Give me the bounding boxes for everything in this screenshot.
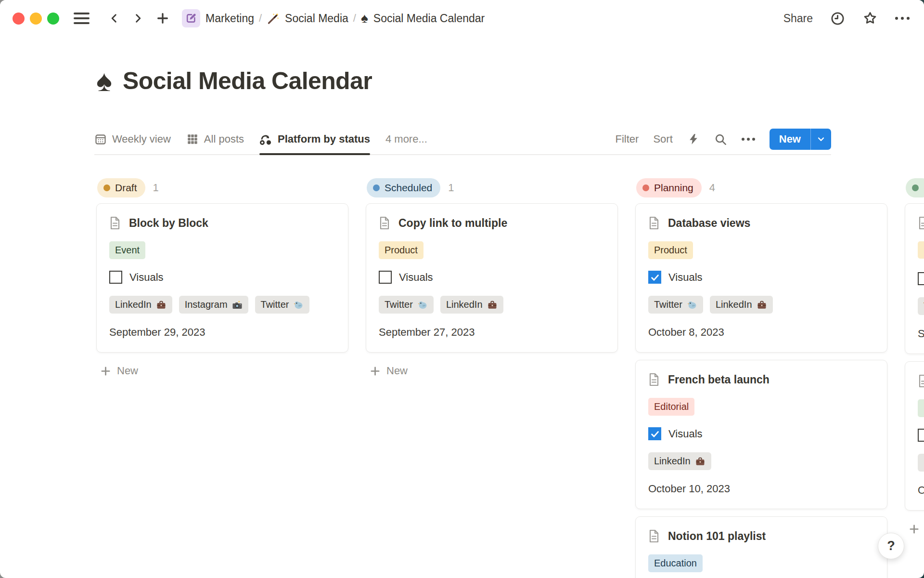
breadcrumb-label: Social Media bbox=[285, 12, 348, 25]
zoom-window-button[interactable] bbox=[47, 13, 59, 25]
briefcase-emoji bbox=[487, 300, 498, 310]
magic-wand-emoji bbox=[267, 12, 280, 25]
card-date: September 29, 2023 bbox=[109, 326, 335, 339]
page-title: Social Media Calendar bbox=[123, 67, 372, 95]
visuals-checkbox[interactable] bbox=[918, 272, 924, 285]
status-dot bbox=[912, 184, 919, 191]
favorite-star-icon[interactable] bbox=[862, 11, 878, 26]
share-button[interactable]: Share bbox=[783, 12, 813, 25]
tab-platform-by-status[interactable]: Platform by status bbox=[259, 124, 370, 154]
visuals-checkbox[interactable] bbox=[918, 429, 924, 442]
platform-tag: L bbox=[918, 454, 924, 472]
breadcrumb-item-social-media[interactable]: Social Media bbox=[267, 12, 348, 25]
help-button[interactable]: ? bbox=[878, 533, 904, 559]
card-date: October 10, 2023 bbox=[648, 483, 874, 495]
status-pill-draft[interactable]: Draft bbox=[97, 178, 145, 197]
visuals-checkbox-checked[interactable] bbox=[648, 271, 661, 284]
status-pill-scheduled[interactable]: Scheduled bbox=[367, 178, 440, 197]
card-title: Database views bbox=[668, 217, 750, 230]
card-title: French beta launch bbox=[668, 373, 770, 386]
sidebar-menu-icon[interactable] bbox=[74, 13, 90, 24]
new-button[interactable]: New bbox=[770, 129, 831, 150]
more-options-icon[interactable] bbox=[895, 17, 910, 20]
platform-label: Twitter bbox=[385, 299, 413, 310]
tab-weekly-view[interactable]: Weekly view bbox=[94, 124, 171, 154]
checkbox-label: Visuals bbox=[129, 271, 164, 284]
card-french-beta-launch[interactable]: French beta launch Editorial Visuals Lin… bbox=[635, 360, 887, 509]
column-planning: Planning 4 Database views Product Visual… bbox=[635, 178, 887, 578]
platform-label: Twitter bbox=[654, 299, 682, 310]
page-doc-icon bbox=[109, 216, 121, 230]
category-tag: E bbox=[918, 399, 924, 417]
tab-label: Platform by status bbox=[278, 133, 370, 145]
check-icon bbox=[650, 429, 660, 439]
grid-icon bbox=[186, 133, 199, 145]
platform-tag: LinkedIn bbox=[440, 296, 503, 314]
add-card-button[interactable]: New bbox=[905, 518, 924, 540]
card-partial[interactable]: T S bbox=[905, 203, 924, 354]
filter-button[interactable]: Filter bbox=[616, 133, 639, 145]
card-partial[interactable]: E L O bbox=[905, 361, 924, 511]
desktop-wallpaper: Marketing / Social Media / ♠ Social Medi… bbox=[0, 0, 924, 578]
checkbox-label: Visuals bbox=[399, 271, 433, 284]
bird-emoji bbox=[417, 300, 428, 310]
bird-emoji bbox=[687, 300, 697, 310]
platform-tag: Twitter bbox=[379, 296, 434, 314]
view-options-icon[interactable] bbox=[742, 138, 755, 141]
platform-label: LinkedIn bbox=[654, 456, 691, 467]
visuals-checkbox[interactable] bbox=[379, 271, 392, 284]
add-card-button[interactable]: New bbox=[366, 360, 618, 382]
card-database-views[interactable]: Database views Product Visuals Twitter bbox=[635, 203, 887, 353]
briefcase-emoji bbox=[757, 300, 767, 310]
platform-label: LinkedIn bbox=[115, 299, 152, 310]
card-title: Notion 101 playlist bbox=[668, 530, 766, 543]
card-date: S bbox=[918, 328, 924, 340]
tab-all-posts[interactable]: All posts bbox=[186, 124, 244, 154]
minimize-window-button[interactable] bbox=[30, 13, 42, 25]
titlebar: Marketing / Social Media / ♠ Social Medi… bbox=[0, 0, 924, 37]
column-scheduled: Scheduled 1 Copy link to multiple Produc… bbox=[366, 178, 618, 382]
status-pill-planning[interactable]: Planning bbox=[636, 178, 702, 197]
visuals-checkbox[interactable] bbox=[109, 271, 122, 284]
card-copy-link-to-multiple[interactable]: Copy link to multiple Product Visuals Tw… bbox=[366, 203, 618, 353]
forward-icon[interactable] bbox=[132, 11, 143, 26]
card-block-by-block[interactable]: Block by Block Event Visuals LinkedIn I bbox=[96, 203, 348, 353]
new-button-label: New bbox=[770, 129, 810, 150]
tab-label: Weekly view bbox=[112, 133, 171, 145]
new-dropdown-chevron-icon[interactable] bbox=[811, 129, 831, 150]
category-tag bbox=[918, 241, 924, 259]
card-title: Copy link to multiple bbox=[398, 217, 507, 230]
platform-tag: Instagram bbox=[179, 296, 248, 314]
search-icon[interactable] bbox=[714, 133, 727, 146]
close-window-button[interactable] bbox=[13, 13, 25, 25]
calendar-icon bbox=[94, 133, 107, 145]
breadcrumb-item-social-media-calendar[interactable]: ♠ Social Media Calendar bbox=[361, 12, 485, 25]
briefcase-emoji bbox=[156, 300, 167, 310]
visuals-checkbox-checked[interactable] bbox=[648, 427, 661, 440]
plus-icon bbox=[100, 366, 111, 377]
card-notion-101-playlist[interactable]: Notion 101 playlist Education bbox=[635, 516, 887, 578]
new-page-plus-icon[interactable] bbox=[156, 12, 169, 25]
card-title: Block by Block bbox=[129, 217, 208, 230]
page-icon-spade[interactable]: ♠ bbox=[96, 66, 112, 96]
page-doc-icon bbox=[379, 216, 390, 230]
checkbox-label: Visuals bbox=[668, 428, 703, 440]
column-count: 1 bbox=[448, 182, 454, 194]
compose-icon bbox=[182, 9, 200, 27]
page-doc-icon bbox=[648, 529, 660, 543]
status-dot bbox=[103, 184, 110, 191]
briefcase-emoji bbox=[695, 456, 706, 467]
add-card-button[interactable]: New bbox=[96, 360, 348, 382]
breadcrumb-item-marketing[interactable]: Marketing bbox=[182, 9, 254, 27]
column-next-partial: T S E bbox=[905, 178, 924, 540]
automations-bolt-icon[interactable] bbox=[687, 133, 700, 145]
platform-tag: LinkedIn bbox=[109, 296, 172, 314]
status-label: Planning bbox=[654, 182, 693, 194]
back-icon[interactable] bbox=[109, 11, 120, 26]
sort-button[interactable]: Sort bbox=[653, 133, 672, 145]
status-pill-partial[interactable] bbox=[906, 178, 924, 197]
checkbox-label: Visuals bbox=[668, 271, 703, 284]
history-clock-icon[interactable] bbox=[830, 11, 845, 26]
category-tag: Event bbox=[109, 241, 145, 259]
more-views-button[interactable]: 4 more... bbox=[385, 124, 427, 154]
